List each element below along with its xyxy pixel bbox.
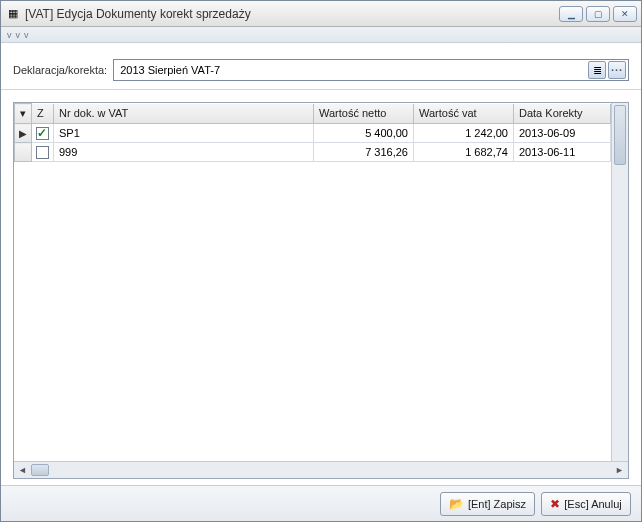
declaration-label: Deklaracja/korekta:: [13, 64, 107, 76]
cell-netto: 7 316,26: [314, 143, 414, 162]
col-vat[interactable]: Wartość vat: [414, 104, 514, 124]
data-grid[interactable]: ▾ Z Nr dok. w VAT Wartość netto Wartość …: [14, 103, 611, 461]
col-nr[interactable]: Nr dok. w VAT: [54, 104, 314, 124]
cell-nr: SP1: [54, 124, 314, 143]
scrollbar-track[interactable]: [31, 462, 611, 478]
scroll-right-button[interactable]: ►: [611, 462, 628, 479]
grid-container: ▾ Z Nr dok. w VAT Wartość netto Wartość …: [13, 102, 629, 479]
cell-vat: 1 242,00: [414, 124, 514, 143]
cell-date: 2013-06-09: [514, 124, 611, 143]
toolbar-chevrons: v v v: [1, 27, 641, 43]
declaration-value: 2013 Sierpień VAT-7: [120, 64, 586, 76]
declaration-open-button[interactable]: ≣: [588, 61, 606, 79]
scrollbar-thumb[interactable]: [31, 464, 49, 476]
book-icon: ≣: [593, 64, 602, 77]
cell-netto: 5 400,00: [314, 124, 414, 143]
col-selector[interactable]: ▾: [15, 104, 32, 124]
table-row[interactable]: ▶ SP1 5 400,00 1 242,00 2013-06-09: [15, 124, 611, 143]
row-checkbox-cell[interactable]: [32, 143, 54, 162]
row-indicator: [15, 143, 32, 162]
col-date[interactable]: Data Korekty: [514, 104, 611, 124]
folder-icon: 📂: [449, 497, 464, 511]
window-controls: ▁ ▢ ✕: [559, 6, 637, 22]
app-icon: ▦: [5, 6, 21, 22]
window-title: [VAT] Edycja Dokumenty korekt sprzedaży: [25, 7, 559, 21]
chevron-down-icon[interactable]: v: [24, 30, 29, 40]
col-z[interactable]: Z: [32, 104, 54, 124]
checkbox-icon: [36, 146, 49, 159]
scroll-left-button[interactable]: ◄: [14, 462, 31, 479]
close-button[interactable]: ✕: [613, 6, 637, 22]
declaration-more-button[interactable]: ···: [608, 61, 626, 79]
declaration-combo[interactable]: 2013 Sierpień VAT-7 ≣ ···: [113, 59, 629, 81]
cancel-button-label: [Esc] Anuluj: [564, 498, 621, 510]
cancel-button[interactable]: ✖ [Esc] Anuluj: [541, 492, 631, 516]
save-button[interactable]: 📂 [Ent] Zapisz: [440, 492, 535, 516]
save-button-label: [Ent] Zapisz: [468, 498, 526, 510]
chevron-down-icon[interactable]: v: [16, 30, 21, 40]
ellipsis-icon: ···: [611, 64, 623, 76]
grid-header-row: ▾ Z Nr dok. w VAT Wartość netto Wartość …: [15, 104, 611, 124]
checkbox-icon: [36, 127, 49, 140]
col-netto[interactable]: Wartość netto: [314, 104, 414, 124]
cancel-icon: ✖: [550, 497, 560, 511]
row-checkbox-cell[interactable]: [32, 124, 54, 143]
current-row-icon: ▶: [19, 128, 27, 139]
cell-nr: 999: [54, 143, 314, 162]
cell-vat: 1 682,74: [414, 143, 514, 162]
vertical-scrollbar[interactable]: [611, 103, 628, 461]
form-panel: Deklaracja/korekta: 2013 Sierpień VAT-7 …: [1, 43, 641, 90]
scrollbar-thumb[interactable]: [614, 105, 626, 165]
row-indicator: ▶: [15, 124, 32, 143]
footer-bar: 📂 [Ent] Zapisz ✖ [Esc] Anuluj: [1, 485, 641, 521]
maximize-button[interactable]: ▢: [586, 6, 610, 22]
cell-date: 2013-06-11: [514, 143, 611, 162]
minimize-button[interactable]: ▁: [559, 6, 583, 22]
table-row[interactable]: 999 7 316,26 1 682,74 2013-06-11: [15, 143, 611, 162]
titlebar: ▦ [VAT] Edycja Dokumenty korekt sprzedaż…: [1, 1, 641, 27]
horizontal-scrollbar[interactable]: ◄ ►: [14, 461, 628, 478]
chevron-down-icon[interactable]: v: [7, 30, 12, 40]
app-window: ▦ [VAT] Edycja Dokumenty korekt sprzedaż…: [0, 0, 642, 522]
